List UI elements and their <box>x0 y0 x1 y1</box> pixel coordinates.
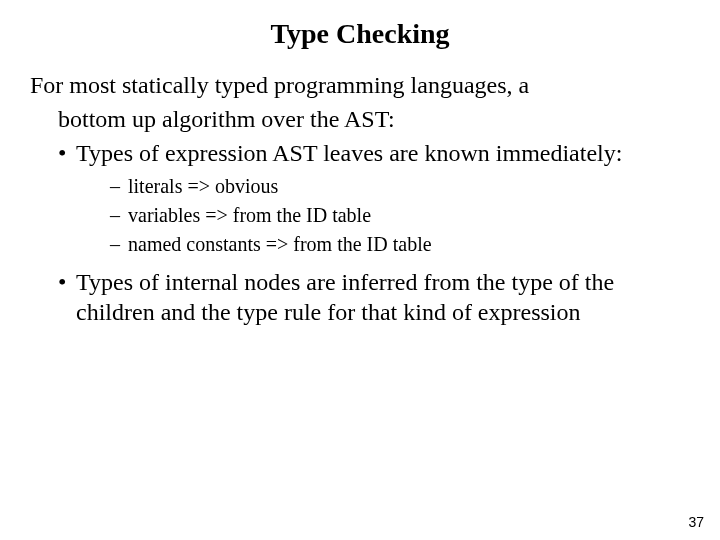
bullet-text: Types of expression AST leaves are known… <box>76 140 622 166</box>
intro-text-line1: For most statically typed programming la… <box>30 70 690 100</box>
slide-body: For most statically typed programming la… <box>0 62 720 327</box>
sub-bullet-list: literals => obvious variables => from th… <box>110 174 690 257</box>
intro-text-line2: bottom up algorithm over the AST: <box>58 104 690 134</box>
bullet-text: Types of internal nodes are inferred fro… <box>76 269 614 325</box>
bullet-list: Types of expression AST leaves are known… <box>58 138 690 327</box>
bullet-item: Types of expression AST leaves are known… <box>58 138 690 257</box>
slide: Type Checking For most statically typed … <box>0 0 720 540</box>
sub-bullet-item: variables => from the ID table <box>110 203 690 228</box>
sub-bullet-item: literals => obvious <box>110 174 690 199</box>
sub-bullet-item: named constants => from the ID table <box>110 232 690 257</box>
page-number: 37 <box>688 514 704 530</box>
slide-title: Type Checking <box>0 0 720 62</box>
bullet-item: Types of internal nodes are inferred fro… <box>58 267 690 327</box>
